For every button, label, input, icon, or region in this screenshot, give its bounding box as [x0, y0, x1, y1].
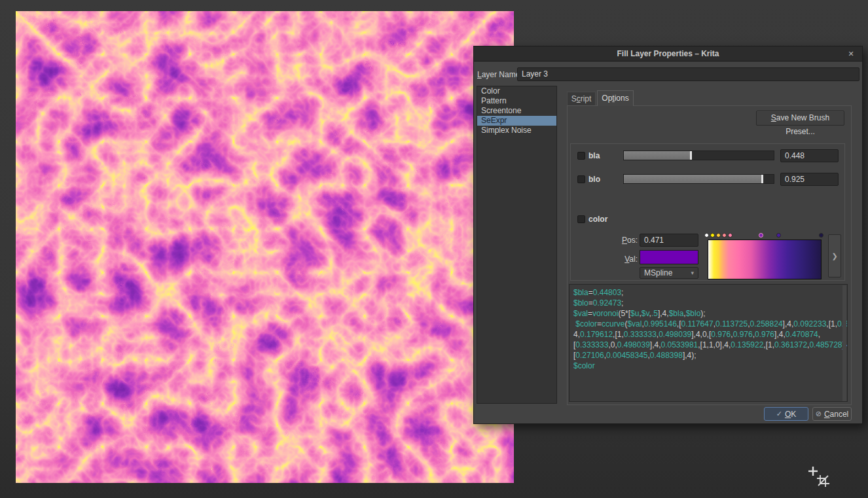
- script-code-line: $bla=0.44803;: [573, 287, 846, 298]
- chevron-down-icon: ▾: [691, 270, 694, 276]
- color-label: color: [588, 215, 607, 224]
- gradient-preview[interactable]: [708, 240, 822, 279]
- color-checkbox[interactable]: [577, 215, 585, 223]
- options-tab-pane: Save New Brush Preset... bla 0.448 blo 0…: [567, 105, 852, 405]
- script-code-line: $val=voronoi(5*[$u,$v,.5],4,$bla,$blo);: [573, 308, 846, 319]
- gradient-stop[interactable]: [716, 233, 721, 238]
- gradient-stops: [706, 232, 824, 239]
- layer-name-label: Layer Name:: [477, 70, 522, 79]
- variables-frame: bla 0.448 blo 0.925 color Pos: 0.471 Val…: [570, 143, 845, 281]
- pos-value-field[interactable]: 0.471: [640, 234, 698, 247]
- val-label: Val:: [615, 255, 638, 264]
- script-code: $bla=0.44803;$blo=0.92473;$val=voronoi(5…: [573, 287, 846, 371]
- gradient-stop[interactable]: [819, 233, 823, 238]
- gradient-stop[interactable]: [710, 233, 715, 238]
- cancel-button-label: Cancel: [824, 410, 848, 419]
- fill-type-screentone[interactable]: Screentone: [477, 106, 556, 116]
- script-code-line: [0.333333,0,0.498039],4,0.0533981,[1,1,0…: [573, 340, 846, 350]
- gradient-stop[interactable]: [704, 233, 709, 238]
- cancel-button[interactable]: ⊘ Cancel: [812, 407, 852, 421]
- script-preview-box[interactable]: $bla=0.44803;$blo=0.92473;$val=voronoi(5…: [569, 284, 848, 402]
- bla-value-field[interactable]: 0.448: [780, 149, 839, 162]
- script-code-line: $color: [573, 361, 846, 371]
- fill-type-list[interactable]: ColorPatternScreentoneSeExprSimplex Nois…: [477, 86, 557, 404]
- dialog-title: Fill Layer Properties – Krita: [617, 49, 719, 58]
- fill-type-simplex-noise[interactable]: Simplex Noise: [477, 126, 556, 135]
- script-code-line: $color=ccurve($val,0.995146,[0.117647,0.…: [573, 319, 846, 329]
- gradient-stop[interactable]: [759, 233, 763, 238]
- gradient-editor[interactable]: [706, 232, 824, 282]
- bla-slider-fill: [624, 151, 691, 160]
- pos-label: Pos:: [615, 236, 638, 245]
- blo-value-field[interactable]: 0.925: [780, 173, 839, 186]
- tab-options[interactable]: Options: [597, 90, 634, 106]
- script-scrollbar[interactable]: [842, 285, 846, 402]
- crop-tool-cursor: [807, 465, 831, 488]
- bla-slider[interactable]: [623, 151, 774, 160]
- ok-button[interactable]: ✓ OK: [764, 407, 808, 421]
- fill-layer-properties-dialog: Fill Layer Properties – Krita ✕ Layer Na…: [473, 46, 863, 424]
- dialog-titlebar[interactable]: Fill Layer Properties – Krita ✕: [474, 46, 862, 62]
- document-canvas[interactable]: [16, 11, 514, 483]
- gradient-stop[interactable]: [776, 233, 781, 238]
- blo-slider-handle[interactable]: [761, 175, 763, 183]
- blo-checkbox[interactable]: [577, 175, 585, 183]
- check-icon: ✓: [776, 410, 782, 418]
- gradient-stop[interactable]: [722, 233, 727, 238]
- gradient-next-button[interactable]: ❯: [828, 234, 841, 277]
- bla-label: bla: [588, 151, 600, 160]
- fill-type-seexpr[interactable]: SeExpr: [477, 116, 556, 126]
- close-icon[interactable]: ✕: [846, 48, 856, 59]
- save-new-brush-preset-button[interactable]: Save New Brush Preset...: [756, 111, 844, 126]
- voronoi-texture-image: [16, 11, 514, 483]
- interpolation-combo-value: MSpline: [644, 268, 672, 277]
- no-entry-icon: ⊘: [816, 410, 822, 418]
- ok-button-label: OK: [785, 410, 796, 419]
- tab-script[interactable]: Script: [567, 92, 596, 106]
- bla-slider-handle[interactable]: [690, 151, 692, 160]
- val-color-swatch[interactable]: [640, 250, 698, 264]
- script-code-line: $blo=0.92473;: [573, 298, 846, 308]
- blo-slider[interactable]: [623, 174, 774, 184]
- bla-checkbox[interactable]: [577, 152, 585, 160]
- fill-type-pattern[interactable]: Pattern: [477, 96, 556, 106]
- chevron-right-icon: ❯: [831, 252, 837, 260]
- fill-type-color[interactable]: Color: [477, 86, 556, 96]
- script-code-line: 4,0.179612,[1,0.333333,0.498039],4,0,[0.…: [573, 329, 846, 340]
- layer-name-input[interactable]: Layer 3: [517, 67, 859, 81]
- blo-label: blo: [588, 175, 600, 184]
- gradient-stop[interactable]: [728, 233, 732, 238]
- blo-slider-fill: [624, 175, 763, 183]
- script-code-line: [0.27106,0.00458345,0.488398],4);: [573, 350, 846, 361]
- interpolation-combo[interactable]: MSpline ▾: [640, 267, 698, 279]
